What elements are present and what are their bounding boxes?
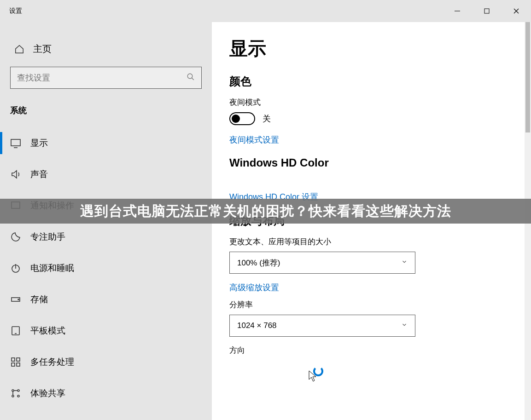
sound-icon <box>10 169 21 180</box>
sidebar-item-focus[interactable]: 专注助手 <box>0 221 212 253</box>
share-icon <box>10 388 21 399</box>
svg-point-22 <box>12 395 14 397</box>
sidebar-item-storage[interactable]: 存储 <box>0 284 212 315</box>
sidebar-home[interactable]: 主页 <box>0 38 212 62</box>
resolution-label: 分辨率 <box>229 299 531 310</box>
window-controls <box>443 0 531 22</box>
scroll-thumb[interactable] <box>525 22 530 132</box>
sidebar-item-power[interactable]: 电源和睡眠 <box>0 253 212 284</box>
multitask-icon <box>10 357 21 368</box>
sidebar-item-multitask[interactable]: 多任务处理 <box>0 346 212 378</box>
svg-point-20 <box>12 390 14 391</box>
night-mode-toggle[interactable] <box>229 112 255 125</box>
storage-icon <box>10 294 21 305</box>
chevron-down-icon <box>401 258 408 267</box>
minimize-button[interactable] <box>443 0 472 22</box>
tablet-icon <box>10 325 21 336</box>
svg-line-5 <box>192 78 194 80</box>
titlebar: 设置 <box>0 0 531 22</box>
sidebar-item-share[interactable]: 体验共享 <box>0 378 212 409</box>
orientation-label: 方向 <box>229 345 531 356</box>
svg-point-4 <box>187 74 193 79</box>
sidebar-item-label: 显示 <box>30 137 48 149</box>
scale-dropdown[interactable]: 100% (推荐) <box>229 252 415 274</box>
svg-rect-1 <box>484 9 489 13</box>
search-input[interactable] <box>17 73 187 83</box>
scale-label: 更改文本、应用等项目的大小 <box>229 236 531 247</box>
svg-rect-19 <box>17 363 20 366</box>
maximize-button[interactable] <box>472 0 502 22</box>
sidebar-item-label: 体验共享 <box>30 387 65 399</box>
night-mode-label: 夜间模式 <box>229 97 531 108</box>
window-title: 设置 <box>9 7 22 15</box>
home-icon <box>14 44 25 55</box>
svg-rect-6 <box>11 139 20 146</box>
svg-rect-17 <box>17 358 20 361</box>
svg-point-23 <box>18 395 19 397</box>
sidebar-item-label: 多任务处理 <box>30 356 74 368</box>
page-title: 显示 <box>229 36 531 61</box>
search-icon <box>187 73 195 83</box>
sidebar-item-tablet[interactable]: 平板模式 <box>0 315 212 346</box>
resolution-dropdown[interactable]: 1024 × 768 <box>229 315 415 337</box>
close-button[interactable] <box>502 0 531 22</box>
sidebar-category: 系统 <box>0 96 212 127</box>
search-input-container[interactable] <box>10 67 202 89</box>
chevron-down-icon <box>401 321 408 330</box>
display-icon <box>10 138 21 149</box>
sidebar-item-sound[interactable]: 声音 <box>0 159 212 190</box>
sidebar-home-label: 主页 <box>33 43 52 55</box>
svg-rect-18 <box>12 363 15 366</box>
svg-point-13 <box>18 299 19 300</box>
night-mode-settings-link[interactable]: 夜间模式设置 <box>229 134 531 145</box>
sidebar-item-display[interactable]: 显示 <box>0 127 212 159</box>
sidebar-item-label: 电源和睡眠 <box>30 262 74 274</box>
maximize-icon <box>484 8 490 14</box>
resolution-value: 1024 × 768 <box>237 321 277 330</box>
svg-point-21 <box>18 390 19 391</box>
advanced-scale-link[interactable]: 高级缩放设置 <box>229 282 531 293</box>
sidebar-item-label: 专注助手 <box>30 231 65 243</box>
hd-section-title: Windows HD Color <box>229 156 531 169</box>
overlay-banner-text: 遇到台式电脑无法正常关机的困扰？快来看看这些解决方法 <box>80 202 451 221</box>
close-icon <box>513 8 519 14</box>
sidebar-item-label: 平板模式 <box>30 325 65 337</box>
night-mode-state: 关 <box>263 113 271 124</box>
sidebar-item-label: 存储 <box>30 293 48 305</box>
overlay-banner: 遇到台式电脑无法正常关机的困扰？快来看看这些解决方法 <box>0 199 531 224</box>
scale-value: 100% (推荐) <box>237 258 280 268</box>
focus-icon <box>10 231 21 242</box>
color-section-title: 颜色 <box>229 74 531 89</box>
svg-rect-16 <box>12 358 15 361</box>
sidebar-item-label: 声音 <box>30 168 48 180</box>
power-icon <box>10 263 21 274</box>
minimize-icon <box>454 8 461 14</box>
